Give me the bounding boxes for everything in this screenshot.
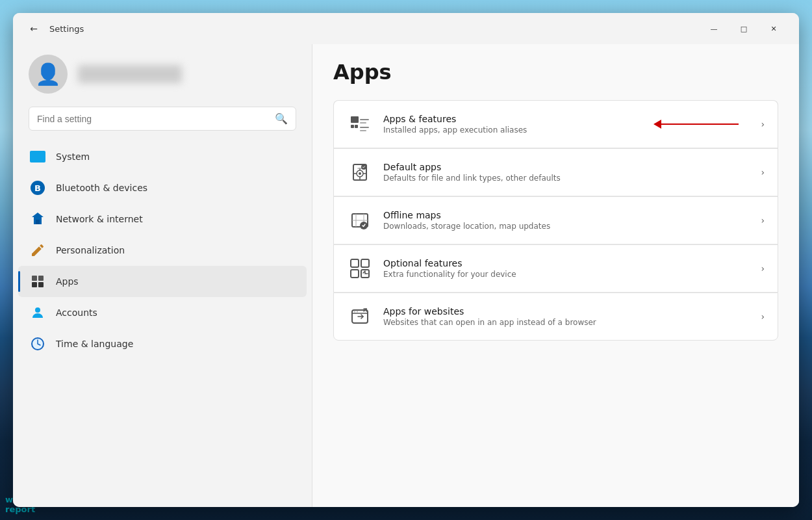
svg-point-16 — [359, 172, 361, 175]
sidebar-item-time[interactable]: Time & language — [18, 328, 307, 359]
chevron-right-icon: › — [761, 119, 765, 129]
svg-point-5 — [35, 307, 40, 313]
svg-rect-8 — [351, 125, 354, 128]
chevron-right-icon-3: › — [761, 215, 765, 226]
settings-list: Apps & features Installed apps, app exec… — [333, 100, 778, 341]
sidebar-item-personalization[interactable]: Personalization — [18, 235, 307, 266]
optional-features-text: Optional features Extra functionality fo… — [383, 258, 755, 279]
settings-item-apps-websites[interactable]: Apps for websites Websites that can open… — [333, 292, 778, 341]
chevron-right-icon-2: › — [761, 167, 765, 177]
default-apps-text: Default apps Defaults for file and link … — [383, 162, 755, 183]
back-button[interactable]: ← — [23, 18, 44, 39]
apps-icon — [29, 272, 47, 291]
svg-rect-3 — [32, 282, 37, 287]
sidebar-label-time: Time & language — [56, 339, 133, 349]
sidebar-item-bluetooth[interactable]: B Bluetooth & devices — [18, 172, 307, 203]
offline-maps-title: Offline maps — [383, 210, 755, 220]
sidebar-label-network: Network & internet — [56, 214, 143, 224]
chevron-right-icon-4: › — [761, 263, 765, 274]
username — [78, 65, 182, 83]
settings-window: ← Settings — □ ✕ 👤 — [13, 13, 799, 507]
svg-rect-2 — [38, 276, 44, 281]
default-apps-desc: Defaults for file and link types, other … — [383, 174, 755, 183]
minimize-button[interactable]: — — [699, 18, 729, 39]
sidebar-item-accounts[interactable]: Accounts — [18, 297, 307, 328]
sidebar-label-bluetooth: Bluetooth & devices — [56, 183, 147, 193]
optional-features-title: Optional features — [383, 258, 755, 268]
sidebar-label-accounts: Accounts — [56, 307, 97, 318]
default-apps-title: Default apps — [383, 162, 755, 172]
default-apps-icon — [347, 159, 373, 185]
sidebar-label-apps: Apps — [56, 276, 79, 287]
settings-item-default-apps[interactable]: Default apps Defaults for file and link … — [333, 148, 778, 196]
svg-rect-10 — [360, 119, 369, 120]
apps-websites-icon — [347, 304, 373, 330]
svg-rect-0 — [36, 220, 40, 224]
svg-rect-4 — [38, 282, 44, 287]
arrow-line — [661, 124, 739, 125]
svg-rect-11 — [360, 122, 366, 124]
window-title: Settings — [49, 24, 84, 34]
user-icon: 👤 — [35, 62, 61, 86]
svg-rect-1 — [32, 276, 37, 281]
arrow-annotation — [653, 120, 739, 129]
optional-features-icon — [347, 255, 373, 281]
settings-item-apps-features[interactable]: Apps & features Installed apps, app exec… — [333, 100, 778, 148]
titlebar: ← Settings — □ ✕ — [13, 13, 799, 44]
sidebar-label-system: System — [56, 151, 90, 162]
settings-item-optional-features[interactable]: Optional features Extra functionality fo… — [333, 244, 778, 292]
apps-websites-desc: Websites that can open in an app instead… — [383, 318, 755, 327]
svg-rect-22 — [351, 270, 359, 278]
content-area: 👤 🔍 System — [13, 44, 799, 507]
close-button[interactable]: ✕ — [759, 18, 789, 39]
sidebar-item-apps[interactable]: Apps — [18, 266, 307, 297]
page-title: Apps — [333, 60, 778, 84]
sidebar-item-system[interactable]: System — [18, 141, 307, 172]
apps-websites-text: Apps for websites Websites that can open… — [383, 306, 755, 327]
offline-maps-desc: Downloads, storage location, map updates — [383, 222, 755, 231]
sidebar-label-personalization: Personalization — [56, 245, 125, 255]
bluetooth-icon: B — [29, 179, 47, 197]
offline-maps-icon — [347, 207, 373, 233]
search-box[interactable]: 🔍 — [29, 107, 296, 131]
svg-rect-7 — [351, 116, 359, 123]
optional-features-desc: Extra functionality for your device — [383, 270, 755, 279]
avatar: 👤 — [29, 55, 68, 94]
accounts-icon — [29, 304, 47, 322]
svg-rect-12 — [360, 127, 369, 128]
maximize-button[interactable]: □ — [729, 18, 759, 39]
svg-rect-9 — [355, 125, 358, 128]
apps-websites-title: Apps for websites — [383, 306, 755, 317]
user-section: 👤 — [13, 44, 312, 107]
sidebar: 👤 🔍 System — [13, 44, 312, 507]
nav-list: System B Bluetooth & devices — [13, 141, 312, 507]
svg-rect-13 — [360, 130, 366, 131]
time-icon — [29, 335, 47, 353]
personalization-icon — [29, 241, 47, 259]
chevron-right-icon-5: › — [761, 311, 765, 322]
search-input[interactable] — [37, 114, 270, 124]
main-panel: Apps — [312, 44, 799, 507]
svg-point-25 — [354, 311, 355, 313]
offline-maps-text: Offline maps Downloads, storage location… — [383, 210, 755, 231]
settings-item-offline-maps[interactable]: Offline maps Downloads, storage location… — [333, 196, 778, 244]
apps-features-icon — [347, 111, 373, 137]
sidebar-item-network[interactable]: Network & internet — [18, 203, 307, 235]
system-icon — [29, 148, 47, 166]
network-icon — [29, 210, 47, 228]
search-icon: 🔍 — [275, 112, 288, 125]
svg-point-26 — [357, 311, 358, 313]
svg-rect-21 — [361, 259, 369, 267]
window-controls: — □ ✕ — [699, 18, 789, 39]
svg-rect-20 — [351, 259, 359, 267]
